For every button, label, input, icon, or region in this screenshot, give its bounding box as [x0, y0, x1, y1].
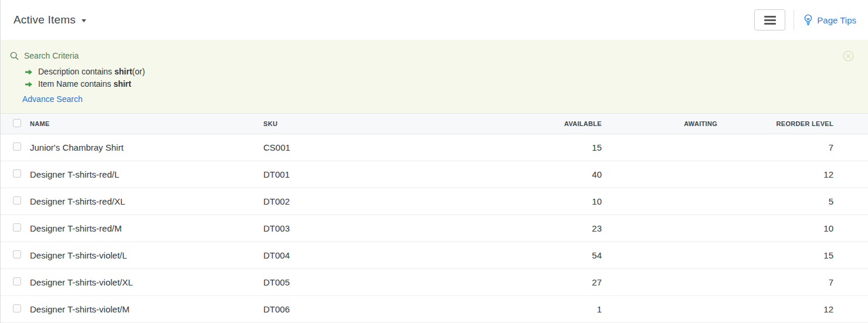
page-tips-label: Page Tips	[817, 15, 856, 25]
column-header-reorder-level: REORDER LEVEL	[717, 114, 868, 134]
table-row[interactable]: Designer T-shirts-red/XL DT002 10 5	[1, 188, 868, 215]
item-awaiting	[602, 161, 717, 188]
criteria-item: Description contains shirt(or)	[25, 66, 854, 78]
item-name: Designer T-shirts-red/XL	[30, 188, 263, 215]
item-awaiting	[602, 215, 717, 242]
criteria-item: Item Name contains shirt	[25, 78, 854, 90]
table-header-row: NAME SKU AVAILABLE AWAITING REORDER LEVE…	[1, 114, 868, 134]
item-sku: DT003	[263, 215, 428, 242]
item-available: 23	[428, 215, 602, 242]
topbar: Active Items Page Tips	[1, 0, 868, 40]
item-sku: CS001	[263, 134, 428, 161]
close-icon[interactable]	[843, 50, 854, 62]
select-all-checkbox[interactable]	[13, 119, 21, 127]
lightbulb-icon	[803, 14, 813, 26]
item-reorder-level: 5	[717, 188, 868, 215]
topbar-actions: Page Tips	[754, 9, 856, 30]
arrow-right-icon	[25, 81, 32, 87]
item-reorder-level: 12	[717, 161, 868, 188]
arrow-right-icon	[25, 69, 32, 75]
item-awaiting	[602, 268, 717, 295]
item-reorder-level: 7	[717, 268, 868, 295]
criteria-text: Description contains shirt(or)	[38, 66, 145, 78]
item-awaiting	[602, 188, 717, 215]
item-reorder-level: 10	[717, 215, 868, 242]
item-available: 54	[428, 242, 602, 268]
item-awaiting	[602, 242, 717, 268]
divider	[794, 10, 794, 30]
criteria-text: Item Name contains shirt	[38, 78, 131, 90]
advance-search-link[interactable]: Advance Search	[22, 94, 83, 105]
row-checkbox[interactable]	[13, 223, 21, 232]
item-sku: DT002	[263, 188, 428, 215]
row-checkbox[interactable]	[13, 142, 21, 151]
table-row[interactable]: Designer T-shirts-red/L DT001 40 12	[1, 161, 868, 188]
table-row[interactable]: Designer T-shirts-violet/L DT004 54 15	[1, 242, 868, 268]
column-header-awaiting: AWAITING	[602, 114, 717, 134]
page-tips-link[interactable]: Page Tips	[803, 14, 856, 26]
item-sku: DT006	[263, 295, 428, 322]
search-criteria-label: Search Criteria	[24, 50, 79, 62]
items-table: NAME SKU AVAILABLE AWAITING REORDER LEVE…	[1, 114, 868, 323]
table-row[interactable]: Designer T-shirts-violet/XL DT005 27 7	[1, 268, 868, 295]
row-checkbox[interactable]	[13, 277, 21, 285]
page-title-dropdown[interactable]: Active Items	[13, 13, 86, 26]
chevron-down-icon	[82, 19, 86, 22]
item-reorder-level: 12	[717, 295, 868, 322]
item-awaiting	[602, 134, 717, 161]
hamburger-icon	[764, 16, 776, 25]
page-title: Active Items	[13, 13, 76, 26]
item-name: Designer T-shirts-violet/XL	[30, 268, 263, 295]
table-row[interactable]: Designer T-shirts-violet/M DT006 1 12	[1, 295, 868, 322]
search-criteria-banner: Search Criteria Description contains shi…	[1, 40, 868, 114]
item-available: 15	[428, 134, 602, 161]
criteria-list: Description contains shirt(or) Item Name…	[25, 66, 854, 90]
column-header-name: NAME	[30, 114, 263, 134]
column-header-sku: SKU	[263, 114, 428, 134]
item-awaiting	[602, 295, 717, 322]
item-available: 1	[428, 295, 602, 322]
row-checkbox[interactable]	[13, 169, 21, 178]
item-reorder-level: 15	[717, 242, 868, 268]
item-name: Designer T-shirts-red/L	[30, 161, 263, 188]
item-available: 40	[428, 161, 602, 188]
item-reorder-level: 7	[717, 134, 868, 161]
active-items-page: Active Items Page Tips	[1, 0, 868, 323]
table-row[interactable]: Designer T-shirts-red/M DT003 23 10	[1, 215, 868, 242]
item-sku: DT005	[263, 268, 428, 295]
search-criteria-title: Search Criteria	[10, 50, 854, 62]
item-name: Designer T-shirts-violet/M	[30, 295, 263, 322]
item-name: Designer T-shirts-violet/L	[30, 242, 263, 268]
item-available: 27	[428, 268, 602, 295]
table-row[interactable]: Junior's Chambray Shirt CS001 15 7	[1, 134, 868, 161]
item-available: 10	[428, 188, 602, 215]
menu-button[interactable]	[754, 9, 785, 30]
row-checkbox[interactable]	[13, 250, 21, 259]
item-name: Junior's Chambray Shirt	[30, 134, 263, 161]
item-sku: DT004	[263, 242, 428, 268]
column-header-available: AVAILABLE	[428, 114, 602, 134]
search-icon	[10, 52, 19, 60]
item-name: Designer T-shirts-red/M	[30, 215, 263, 242]
row-checkbox[interactable]	[13, 196, 21, 205]
item-sku: DT001	[263, 161, 428, 188]
row-checkbox[interactable]	[13, 304, 21, 312]
